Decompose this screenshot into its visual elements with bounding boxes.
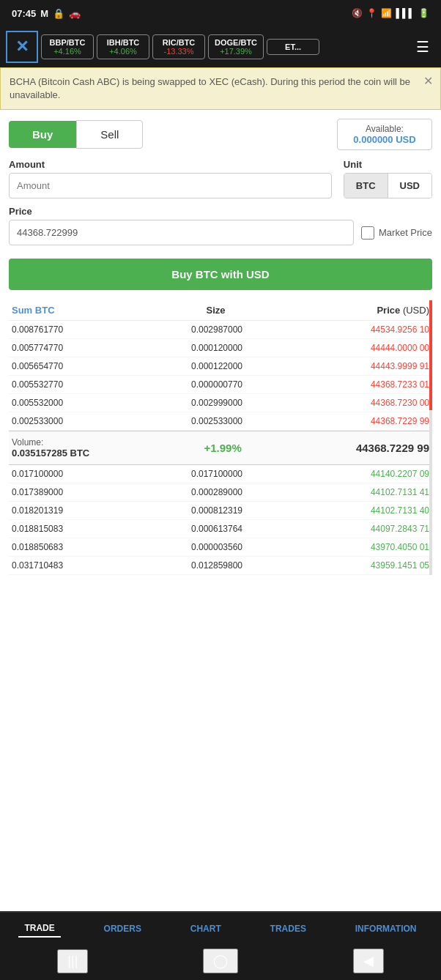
available-value: 0.000000 USD: [346, 134, 423, 145]
nav-information[interactable]: INFORMATION: [349, 921, 423, 937]
buy-order-row-1: 0.017100000 0.017100000 44140.2207 09: [9, 465, 432, 483]
logo-text: ✕: [15, 37, 29, 56]
mid-volume-value: 0.035157285 BTC: [12, 448, 89, 459]
scroll-thumb: [429, 300, 432, 410]
buy-sell-row: Buy Sell Available: 0.000000 USD: [9, 119, 432, 150]
amount-unit-row: Amount Unit BTC USD: [9, 159, 432, 198]
status-time: 07:45: [12, 8, 36, 19]
android-back-button[interactable]: ◀: [353, 949, 384, 973]
sell-button[interactable]: Sell: [76, 120, 143, 149]
amount-input[interactable]: [9, 173, 332, 198]
android-home-button[interactable]: ◯: [203, 949, 238, 973]
price-label: Price: [9, 206, 432, 217]
android-nav: ||| ◯ ◀: [0, 942, 441, 980]
buy-order-row-6: 0.031710483 0.012859800 43959.1451 05: [9, 557, 432, 575]
buy-action-button[interactable]: Buy BTC with USD: [9, 259, 432, 290]
market-price-text: Market Price: [379, 227, 432, 238]
nav-orders[interactable]: ORDERS: [98, 921, 147, 937]
order-book-wrap: Sum BTC Size Price (USD) 0.008761770 0.0…: [9, 300, 432, 575]
pair-chip-ric[interactable]: RIC/BTC -13.33%: [152, 34, 205, 59]
ob-header-price: Price (USD): [377, 305, 429, 316]
nav-chart[interactable]: CHART: [185, 921, 227, 937]
location-icon: 📍: [366, 8, 377, 18]
amount-label: Amount: [9, 159, 332, 170]
wifi-icon: 📶: [381, 8, 392, 18]
pair-chip-bbp[interactable]: BBP/BTC +4.16%: [41, 34, 94, 59]
price-input-row: Market Price: [9, 220, 432, 245]
market-price-checkbox[interactable]: [361, 226, 374, 240]
scroll-indicator: [429, 300, 432, 575]
available-box: Available: 0.000000 USD: [337, 119, 432, 150]
unit-toggle: BTC USD: [344, 173, 432, 198]
buy-order-row-4: 0.018815083 0.000613764 44097.2843 71: [9, 520, 432, 538]
sell-order-row-3: 0.005654770 0.000122000 44443.9999 91: [9, 357, 432, 376]
main-content: Buy Sell Available: 0.000000 USD Amount …: [0, 110, 441, 747]
alert-banner: BCHA (Bitcoin Cash ABC) is being swapped…: [0, 67, 441, 110]
unit-label: Unit: [344, 159, 432, 170]
unit-group: Unit BTC USD: [344, 159, 432, 198]
battery-icon: 🔋: [418, 8, 429, 18]
sell-order-row-1: 0.008761770 0.002987000 44534.9256 10: [9, 321, 432, 339]
price-row: Price Market Price: [9, 206, 432, 245]
market-price-label: Market Price: [361, 226, 432, 240]
menu-button[interactable]: ☰: [410, 35, 435, 59]
app-logo[interactable]: ✕: [6, 31, 38, 63]
sell-order-row-4: 0.005532770 0.000000770 44368.7233 01: [9, 376, 432, 394]
buy-order-row-3: 0.018201319 0.000812319 44102.7131 40: [9, 502, 432, 520]
sell-order-row-5: 0.005532000 0.002999000 44368.7230 00: [9, 394, 432, 412]
buy-order-row-5: 0.018850683 0.000003560 43970.4050 01: [9, 538, 432, 557]
mute-icon: 🔇: [352, 8, 363, 18]
mid-volume: Volume: 0.035157285 BTC: [12, 437, 89, 459]
pair-chip-doge[interactable]: DOGE/BTC +17.39%: [208, 34, 264, 59]
top-nav: ✕ BBP/BTC +4.16% IBH/BTC +4.06% RIC/BTC …: [0, 26, 441, 67]
unit-btc-button[interactable]: BTC: [344, 174, 388, 198]
ob-header-size: Size: [206, 305, 225, 316]
buy-order-row-2: 0.017389000 0.000289000 44102.7131 41: [9, 483, 432, 502]
ob-header-sum: Sum BTC: [12, 305, 55, 316]
unit-usd-button[interactable]: USD: [388, 174, 431, 198]
mid-change: +1.99%: [204, 442, 241, 454]
car-icon: 🚗: [69, 8, 81, 19]
android-recent-button[interactable]: |||: [57, 949, 88, 973]
buy-button[interactable]: Buy: [9, 121, 76, 148]
m-icon: M: [40, 8, 48, 19]
alert-message: BCHA (Bitcoin Cash ABC) is being swapped…: [10, 76, 410, 100]
lock-icon: 🔒: [53, 8, 64, 19]
signal-icon: ▌▌▌: [396, 8, 415, 18]
pair-chip-ibh[interactable]: IBH/BTC +4.06%: [97, 34, 149, 59]
order-book-header: Sum BTC Size Price (USD): [9, 300, 432, 321]
bottom-nav: TRADE ORDERS CHART TRADES INFORMATION: [0, 911, 441, 942]
nav-trade[interactable]: TRADE: [18, 920, 60, 938]
alert-close-button[interactable]: ✕: [423, 74, 433, 88]
amount-group: Amount: [9, 159, 332, 198]
spacer: [0, 748, 441, 911]
status-bar: 07:45 M 🔒 🚗 🔇 📍 📶 ▌▌▌ 🔋: [0, 0, 441, 26]
available-label: Available:: [346, 124, 423, 134]
nav-trades[interactable]: TRADES: [264, 921, 312, 937]
pair-chip-et[interactable]: ET...: [267, 39, 319, 55]
sell-order-row-2: 0.005774770 0.000120000 44444.0000 00: [9, 339, 432, 357]
mid-price: 44368.7229 99: [356, 442, 429, 454]
mid-row: Volume: 0.035157285 BTC +1.99% 44368.722…: [9, 431, 432, 465]
sell-order-row-6: 0.002533000 0.002533000 44368.7229 99: [9, 412, 432, 431]
price-input[interactable]: [9, 220, 354, 245]
order-book: Sum BTC Size Price (USD) 0.008761770 0.0…: [9, 300, 432, 575]
